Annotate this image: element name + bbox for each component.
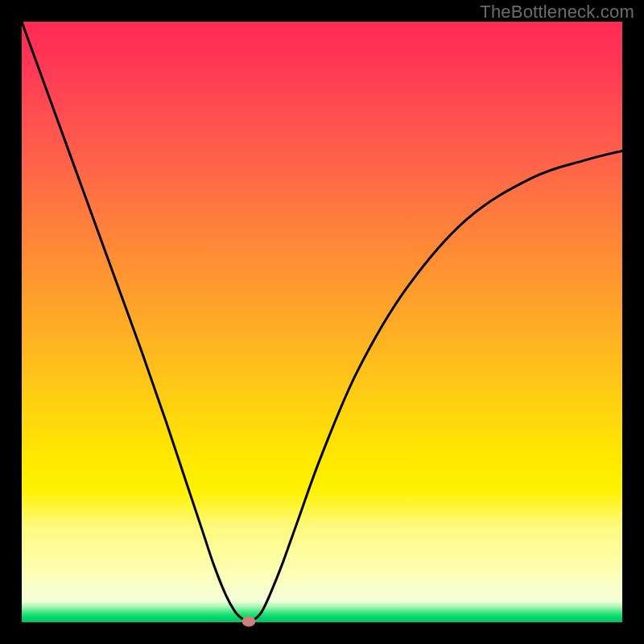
bottleneck-curve-path (22, 22, 622, 622)
optimal-point-marker (242, 617, 255, 627)
chart-frame: TheBottleneck.com (0, 0, 644, 644)
watermark-text: TheBottleneck.com (480, 2, 634, 23)
plot-area (22, 22, 622, 622)
curve-svg (22, 22, 622, 622)
